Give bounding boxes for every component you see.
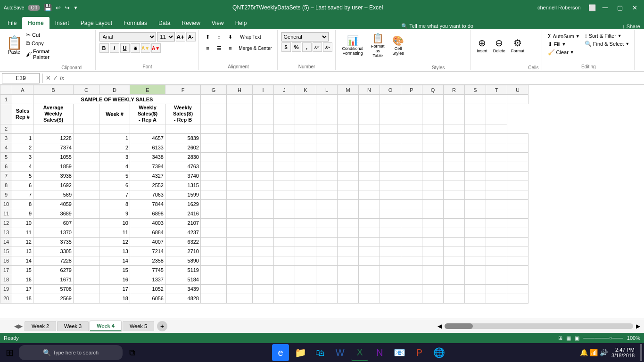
cell-f11[interactable]: 2416 <box>165 209 201 218</box>
cell-f10[interactable]: 1629 <box>165 199 201 209</box>
cell-a16[interactable]: 14 <box>12 256 33 265</box>
col-header-i[interactable]: I <box>253 85 274 95</box>
taskbar-other-icon[interactable]: 🌐 <box>430 344 447 361</box>
close-btn[interactable]: ✕ <box>629 4 640 11</box>
cell-f7[interactable]: 3740 <box>165 171 201 181</box>
comma-btn[interactable]: , <box>302 42 312 52</box>
cell-a9[interactable]: 7 <box>12 190 33 199</box>
col-header-u[interactable]: U <box>507 85 528 95</box>
col-header-e[interactable]: E <box>130 85 165 95</box>
cell-d7[interactable]: 5 <box>99 171 130 181</box>
conditional-formatting-btn[interactable]: 📊 Conditional Formatting <box>339 31 366 59</box>
cell-b20[interactable]: 2569 <box>33 294 74 303</box>
clear-btn[interactable]: 🧹 Clear ▼ <box>546 49 582 56</box>
cell-a5[interactable]: 3 <box>12 152 33 162</box>
cell-c17[interactable] <box>74 265 99 275</box>
cell-b16[interactable]: 7228 <box>33 256 74 265</box>
cell-b18[interactable]: 1671 <box>33 275 74 284</box>
cell-c10[interactable] <box>74 199 99 209</box>
font-family-select[interactable]: Arial <box>99 32 156 41</box>
add-sheet-btn[interactable]: + <box>157 321 167 331</box>
cell-d19[interactable]: 17 <box>99 284 130 294</box>
cell-f15[interactable]: 2710 <box>165 247 201 256</box>
cell-a11[interactable]: 9 <box>12 209 33 218</box>
taskbar-edge-icon[interactable]: e <box>272 344 289 361</box>
font-size-select[interactable]: 11 <box>157 32 175 41</box>
cell-a6[interactable]: 4 <box>12 162 33 171</box>
col-header-r[interactable]: R <box>444 85 465 95</box>
wrap-text-btn[interactable]: Wrap Text <box>237 32 265 41</box>
tab-file[interactable]: File <box>2 17 22 29</box>
cell-a8[interactable]: 6 <box>12 181 33 190</box>
cell-a13[interactable]: 11 <box>12 228 33 237</box>
row-header[interactable]: 5 <box>0 152 12 162</box>
border-btn[interactable]: ⊞ <box>131 43 140 53</box>
cell-b13[interactable]: 1370 <box>33 228 74 237</box>
cell-f8[interactable]: 1315 <box>165 181 201 190</box>
row-header[interactable]: 1 <box>0 95 12 104</box>
cell-b12[interactable]: 607 <box>33 218 74 228</box>
cell-b14[interactable]: 3735 <box>33 237 74 247</box>
cell-a7[interactable]: 5 <box>12 171 33 181</box>
col-header-l[interactable]: L <box>316 85 338 95</box>
cell-b19[interactable]: 5708 <box>33 284 74 294</box>
cancel-formula-icon[interactable]: ✕ <box>46 74 51 82</box>
number-format-select[interactable]: General <box>281 32 329 41</box>
cell-a17[interactable]: 15 <box>12 265 33 275</box>
page-layout-view-btn[interactable]: ▦ <box>566 335 571 341</box>
underline-btn[interactable]: U <box>120 43 130 53</box>
cell-b5[interactable]: 1055 <box>33 152 74 162</box>
cell-d15[interactable]: 13 <box>99 247 130 256</box>
fill-dropdown[interactable]: ▼ <box>562 42 566 47</box>
col-header-s[interactable]: S <box>465 85 486 95</box>
tab-review[interactable]: Review <box>176 17 206 29</box>
row-header[interactable]: 20 <box>0 294 12 303</box>
format-as-table-btn[interactable]: 📋 Format as Table <box>368 31 388 59</box>
increase-decimal-btn[interactable]: .0+ <box>313 42 322 52</box>
col-header-f[interactable]: F <box>165 85 201 95</box>
cell-a14[interactable]: 12 <box>12 237 33 247</box>
cell-g1[interactable] <box>201 95 227 104</box>
italic-btn[interactable]: I <box>110 43 119 53</box>
tab-help[interactable]: Help <box>230 17 253 29</box>
cell-b10[interactable]: 4059 <box>33 199 74 209</box>
paste-button[interactable]: 📋 Paste <box>5 31 24 59</box>
autosum-btn[interactable]: Σ AutoSum ▼ <box>546 32 582 40</box>
taskbar-excel-icon[interactable]: X <box>351 344 368 361</box>
cell-e19[interactable]: 1052 <box>130 284 165 294</box>
undo-icon[interactable]: ↩ <box>56 4 61 11</box>
cell-b15[interactable]: 3305 <box>33 247 74 256</box>
row-header[interactable]: 18 <box>0 275 12 284</box>
cell-d10[interactable]: 8 <box>99 199 130 209</box>
cell-d8[interactable]: 6 <box>99 181 130 190</box>
save-icon[interactable]: 💾 <box>44 4 52 11</box>
fill-btn[interactable]: ⬇ Fill ▼ <box>546 41 582 48</box>
cell-c19[interactable] <box>74 284 99 294</box>
cell-c16[interactable] <box>74 256 99 265</box>
share-btn[interactable]: ↑ Share <box>622 24 640 29</box>
sheet-tab-week2[interactable]: Week 2 <box>25 321 56 331</box>
cell-a4[interactable]: 2 <box>12 143 33 152</box>
row-header[interactable]: 13 <box>0 228 12 237</box>
col-header-h[interactable]: H <box>227 85 253 95</box>
align-middle-btn[interactable]: ↕ <box>214 32 224 41</box>
h-scroll-left[interactable]: ◀ <box>438 323 442 329</box>
format-painter-button[interactable]: 🖌 Format Painter <box>25 48 51 60</box>
confirm-formula-icon[interactable]: ✓ <box>53 74 58 82</box>
row-header[interactable]: 14 <box>0 237 12 247</box>
sheet-tab-week3[interactable]: Week 3 <box>57 321 89 331</box>
cell-e9[interactable]: 7063 <box>130 190 165 199</box>
cell-b11[interactable]: 3689 <box>33 209 74 218</box>
cell-c4[interactable] <box>74 143 99 152</box>
cell-e12[interactable]: 4003 <box>130 218 165 228</box>
cell-f6[interactable]: 4763 <box>165 162 201 171</box>
decrease-decimal-btn[interactable]: .0- <box>323 42 332 52</box>
h-scroll-right[interactable]: ▶ <box>636 323 640 329</box>
col-header-j[interactable]: J <box>274 85 295 95</box>
cell-d12[interactable]: 10 <box>99 218 130 228</box>
cell-c18[interactable] <box>74 275 99 284</box>
cell-f13[interactable]: 4237 <box>165 228 201 237</box>
tab-view[interactable]: View <box>206 17 230 29</box>
cell-m1[interactable] <box>338 95 359 104</box>
restore-ribbon-icon[interactable]: ⬜ <box>588 4 596 11</box>
